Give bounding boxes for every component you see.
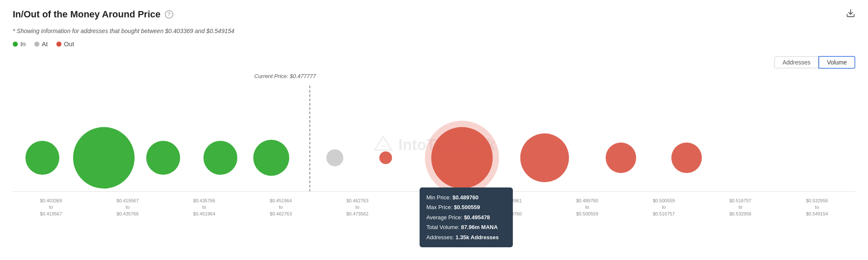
title-area: In/Out of the Money Around Price ?: [13, 9, 173, 20]
x-label-5: $0.473562 to $0.478961: [396, 198, 473, 217]
bubble-11: [671, 143, 702, 173]
x-label-9: $0.516757 to $0.532956: [702, 198, 779, 217]
legend-label-out: Out: [64, 40, 74, 48]
x-label-3: $0.451964 to $0.462763: [242, 198, 319, 217]
legend-dot-in: [13, 42, 18, 47]
tooltip-total-volume-value: 87.96m MANA: [461, 224, 498, 230]
header-row: In/Out of the Money Around Price ?: [13, 8, 855, 20]
legend-dot-out: [56, 42, 61, 47]
x-label-6: $0.478961 to $0.489760: [472, 198, 549, 217]
legend-item-in: In: [13, 40, 26, 48]
chart-area: IntoTheBlock Current Price: $0.477777: [13, 73, 855, 217]
bubble-3: [146, 141, 180, 175]
x-label-10: $0.532956 to $0.549154: [779, 198, 855, 217]
main-container: In/Out of the Money Around Price ? * Sho…: [0, 0, 868, 221]
controls-row: Addresses Volume: [13, 56, 855, 69]
current-price-label: Current Price: $0.477777: [254, 73, 316, 79]
help-icon[interactable]: ?: [165, 10, 173, 19]
addresses-toggle[interactable]: Addresses: [774, 56, 818, 68]
x-label-0: $0.403369 to $0.419567: [13, 198, 89, 217]
tooltip-addresses-value: 1.35k Addresses: [456, 234, 499, 240]
page-title: In/Out of the Money Around Price: [13, 9, 161, 20]
bubble-2: [73, 127, 135, 189]
tooltip-addresses: Addresses: 1.35k Addresses: [426, 232, 506, 242]
bubble-4: [203, 141, 237, 175]
legend-item-out: Out: [56, 40, 74, 48]
svg-marker-1: [375, 137, 392, 150]
x-label-4: $0.462763 to $0.473562: [319, 198, 396, 217]
bubble-7: [379, 151, 392, 164]
bubble-10: [606, 143, 636, 173]
legend-item-at: At: [34, 40, 48, 48]
bubble-9: [520, 134, 569, 182]
axis-line: [13, 191, 855, 192]
legend-label-in: In: [20, 40, 26, 48]
x-labels: $0.403369 to $0.419567 $0.419567 to $0.4…: [13, 198, 855, 217]
x-label-2: $0.435766 to $0.451964: [166, 198, 242, 217]
tooltip-total-volume: Total Volume: 87.96m MANA: [426, 222, 506, 232]
legend-dot-at: [34, 42, 39, 47]
x-label-1: $0.419567 to $0.435766: [89, 198, 166, 217]
volume-toggle[interactable]: Volume: [818, 56, 855, 69]
legend: In At Out: [13, 40, 855, 48]
price-line: [309, 86, 310, 192]
x-label-8: $0.500559 to $0.516757: [626, 198, 702, 217]
subtitle: * Showing information for addresses that…: [13, 28, 855, 34]
legend-label-at: At: [42, 40, 48, 48]
bubble-5: [253, 140, 289, 176]
bubble-6: [326, 149, 343, 166]
bubble-1: [25, 141, 59, 175]
bubble-8: [431, 127, 493, 189]
download-icon[interactable]: [846, 8, 855, 20]
tooltip: Min Price: $0.489760 Max Price: $0.50055…: [420, 187, 513, 247]
x-label-7: $0.489760 to $0.500559: [549, 198, 626, 217]
